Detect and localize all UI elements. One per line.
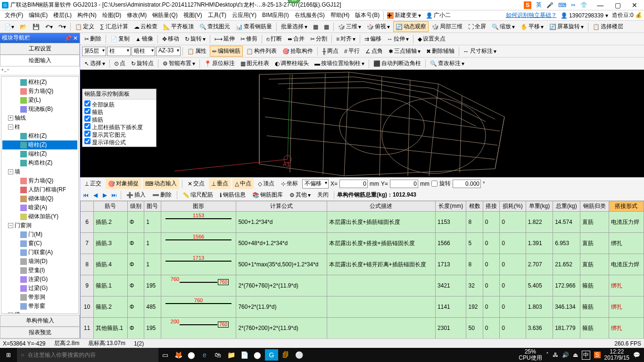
tree-item[interactable]: 人防门框墙(RF bbox=[2, 185, 77, 194]
tool-icon[interactable]: ✂ bbox=[571, 2, 576, 8]
nav-next[interactable]: ▶ bbox=[101, 191, 108, 199]
tree-item[interactable]: 暗柱(Z) bbox=[2, 140, 77, 149]
tb-break[interactable]: ⎋ 打断 bbox=[264, 33, 284, 44]
menu-edit[interactable]: 编辑(E) bbox=[26, 10, 50, 20]
rot-input[interactable] bbox=[453, 180, 481, 188]
tree-toggle-icon[interactable]: ⁺₋⁻ bbox=[1, 67, 9, 74]
snap-ortho[interactable]: ⊥ 正交 bbox=[82, 178, 104, 189]
tb-local3d[interactable]: 🎲 局部三维 bbox=[429, 21, 465, 32]
table-row[interactable]: 7插筋.3Φ11566500+48*d+1.2*34*d本层露出长度+搭接+插筋… bbox=[81, 233, 644, 254]
tree-item[interactable]: 带形窗 bbox=[2, 302, 77, 311]
taskbar-app-5[interactable]: 📁 bbox=[224, 348, 238, 362]
tree-item[interactable]: 暗梁(A) bbox=[2, 203, 77, 212]
rebar-check[interactable]: 显示详细公式 bbox=[84, 138, 154, 146]
taskbar-app-2[interactable]: ⬤ bbox=[185, 348, 198, 362]
tree-item[interactable]: 剪力墙(Q) bbox=[2, 87, 77, 96]
nav-last[interactable]: ⏭ bbox=[110, 191, 118, 199]
tray-up-icon[interactable]: ˄ bbox=[546, 352, 549, 358]
tb-auto-corner[interactable]: ⬛ 自动判断边角柱 bbox=[371, 58, 423, 69]
menu-tool[interactable]: 工具(T) bbox=[205, 10, 229, 20]
offset-select[interactable]: 不偏移 bbox=[302, 179, 329, 189]
taskbar-search[interactable]: ○ 在这里输入你要搜索的内容 bbox=[17, 348, 158, 362]
tb-smart[interactable]: ⚙ 智能布置 ▾ bbox=[160, 58, 198, 69]
tb-find[interactable]: 🔍 查找图元 bbox=[197, 21, 232, 32]
tb-select-floor[interactable]: 📋 选择楼层 bbox=[590, 21, 626, 32]
tb-new[interactable]: 📄▾ bbox=[2, 22, 17, 32]
menu-version[interactable]: 版本号(B) bbox=[352, 10, 382, 20]
col-header[interactable]: 长度(mm) bbox=[436, 201, 466, 212]
snap-dynamic[interactable]: ⌨ 动态输入 bbox=[143, 178, 179, 189]
tree-item[interactable]: 带形洞 bbox=[2, 293, 77, 302]
menu-rebar[interactable]: 钢筋量(Q) bbox=[149, 10, 180, 20]
tb-x1[interactable]: ▦ bbox=[311, 22, 321, 32]
snap-perp[interactable]: ⊥ 垂点 bbox=[209, 178, 231, 189]
tb-pick[interactable]: 🎯 拾取构件 bbox=[280, 46, 315, 57]
tb-fullscreen[interactable]: ⛶ 全屏 bbox=[466, 21, 488, 32]
tree-item[interactable]: −梁 bbox=[2, 311, 77, 314]
help-link[interactable]: 如何识别独立基础？ bbox=[506, 11, 557, 19]
mic-icon[interactable]: 🎤 bbox=[546, 2, 553, 8]
tray-hw-icon[interactable]: ⏏ bbox=[573, 352, 578, 358]
nav-first[interactable]: ⏮ bbox=[82, 191, 90, 199]
cpu-meter[interactable]: 25%CPU使用 bbox=[519, 349, 542, 361]
rebar-check[interactable]: 全部纵筋 bbox=[84, 100, 154, 108]
col-header[interactable]: 计算公式 bbox=[236, 201, 327, 212]
tree-item[interactable]: 梁(L) bbox=[2, 96, 77, 105]
tree-item[interactable]: 门联窗(A) bbox=[2, 248, 77, 257]
col-header[interactable]: 公式描述 bbox=[327, 201, 436, 212]
tb-delete[interactable]: ✂ 删除 bbox=[82, 33, 104, 44]
tree-item[interactable]: −门窗洞 bbox=[2, 221, 77, 230]
minimize-button[interactable]: — bbox=[592, 1, 608, 9]
rebar-info[interactable]: ℹ 钢筋信息 bbox=[217, 189, 248, 200]
tb-save[interactable]: 💾 bbox=[30, 22, 42, 32]
close-button[interactable]: ✕ bbox=[627, 1, 642, 9]
col-header[interactable]: 图号 bbox=[144, 201, 161, 212]
tb-batch-select[interactable]: 批量选择 ▾ bbox=[279, 21, 310, 32]
tb-merge[interactable]: ⬌ 合并 bbox=[285, 33, 307, 44]
maximize-button[interactable]: ▢ bbox=[610, 1, 626, 9]
tb-grip[interactable]: ◆ 设置夹点 bbox=[415, 33, 448, 44]
menu-modify[interactable]: 修改(M) bbox=[124, 10, 149, 20]
table-row[interactable]: 8插筋.4Φ11713500+1*max(35*d,500)+1.2*34*d本… bbox=[81, 254, 644, 275]
snap-end[interactable]: ◇ 顶点 bbox=[256, 178, 277, 189]
scale-rebar[interactable]: 📏 缩尺配筋 bbox=[180, 189, 215, 200]
col-header[interactable]: 筋号 bbox=[94, 201, 128, 212]
tree-item[interactable]: 框柱(Z) bbox=[2, 132, 77, 140]
tb-move[interactable]: ✥ 移动 bbox=[160, 33, 182, 44]
tb-dim[interactable]: ↔ 尺寸标注 ▾ bbox=[461, 46, 499, 57]
col-header[interactable]: 搭接形式 bbox=[609, 201, 644, 212]
tb-sum[interactable]: ∑ 汇总计算 bbox=[98, 21, 131, 32]
tab-project[interactable]: 工程设置 bbox=[0, 43, 80, 55]
tb-split[interactable]: ✂ 分割 bbox=[308, 33, 330, 44]
tb-open[interactable]: 📂 bbox=[17, 22, 29, 32]
tb-parallel[interactable]: # 平行 bbox=[342, 46, 362, 57]
table-row[interactable]: 10箍筋.2Φ485760760+2*(11.9*d)1141192001.80… bbox=[81, 296, 644, 318]
tb-edit-rebar[interactable]: ✏ 编辑钢筋 bbox=[210, 46, 243, 57]
col-header[interactable]: 搭接 bbox=[483, 201, 499, 212]
tree-item[interactable]: 门(M) bbox=[2, 230, 77, 239]
rebar-lib[interactable]: 📚 钢筋图库 bbox=[250, 189, 285, 200]
taskbar-app-3[interactable]: e bbox=[198, 348, 211, 362]
rotate-checkbox[interactable] bbox=[431, 181, 438, 187]
tree-item[interactable]: 端柱(Z) bbox=[2, 149, 77, 158]
rebar-check[interactable]: 插筋 bbox=[84, 115, 154, 123]
tab-single[interactable]: 单构件输入 bbox=[0, 315, 80, 327]
tb-col-table[interactable]: ▦ 图元柱表 bbox=[238, 58, 272, 69]
tree-item[interactable]: 剪力墙(Q) bbox=[2, 176, 77, 185]
menu-draw[interactable]: 绘图(D) bbox=[99, 10, 124, 20]
row-insert[interactable]: ➕ 插入 bbox=[124, 189, 148, 200]
tb-orbit[interactable]: 🔄 动态观察 bbox=[393, 21, 429, 32]
tb-rot-pt[interactable]: ↻ 旋转点 bbox=[129, 58, 156, 69]
tree-item[interactable]: 砌体墙(Q) bbox=[2, 194, 77, 203]
tb-undo[interactable]: ↶▾ bbox=[43, 22, 55, 32]
keyboard-icon[interactable]: ⌨ bbox=[558, 2, 566, 8]
tree-item[interactable]: 框柱(Z) bbox=[2, 78, 77, 87]
tb-attr[interactable]: 📋 属性 bbox=[185, 46, 209, 57]
sogou-lang[interactable]: 英 bbox=[536, 1, 542, 9]
col-header[interactable]: 级别 bbox=[127, 201, 144, 212]
rebar-check[interactable]: 上层柱插筋下插长度 bbox=[84, 123, 154, 131]
taskbar-app-7[interactable]: ⬤ bbox=[251, 348, 264, 362]
menu-member[interactable]: 构件(N) bbox=[74, 10, 99, 20]
rebar-check[interactable]: 箍筋 bbox=[84, 108, 154, 115]
start-button[interactable]: ⊞ bbox=[0, 348, 17, 362]
